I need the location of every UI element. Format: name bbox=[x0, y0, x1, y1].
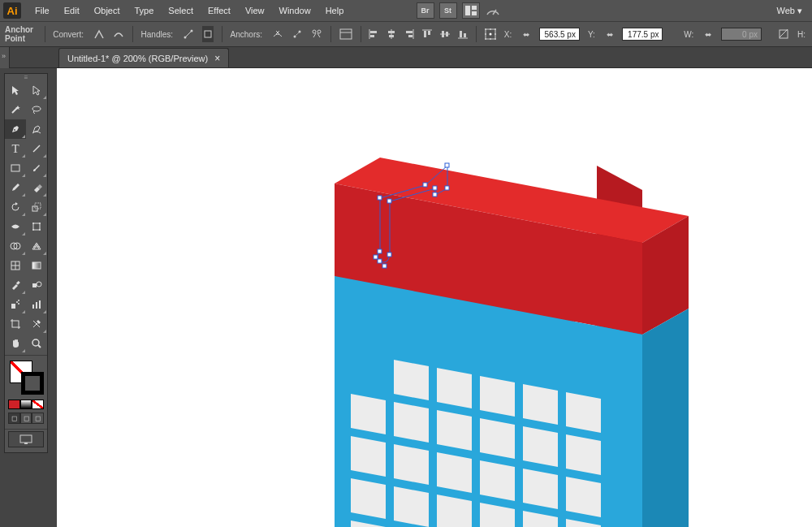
convert-smooth-button[interactable] bbox=[113, 26, 124, 42]
svg-rect-136 bbox=[24, 443, 28, 444]
align-center-v-button[interactable] bbox=[440, 26, 450, 42]
cut-path-button[interactable] bbox=[311, 26, 322, 42]
scale-tool[interactable] bbox=[26, 197, 47, 217]
menu-object[interactable]: Object bbox=[87, 6, 127, 15]
svg-rect-2 bbox=[472, 11, 477, 15]
mesh-tool[interactable] bbox=[5, 256, 26, 275]
draw-inside[interactable]: ◻ bbox=[32, 413, 44, 424]
isolate-button[interactable] bbox=[339, 26, 352, 42]
slice-icon bbox=[31, 318, 42, 330]
pen-icon bbox=[10, 123, 21, 135]
pixel-snap-button[interactable] bbox=[778, 26, 789, 42]
lasso-tool[interactable] bbox=[26, 100, 47, 119]
rectangle-tool[interactable] bbox=[5, 158, 26, 178]
hide-handles-icon bbox=[202, 28, 214, 40]
free-transform-tool[interactable] bbox=[26, 217, 47, 236]
align-right-button[interactable] bbox=[404, 26, 414, 42]
show-handles-button[interactable] bbox=[183, 26, 194, 42]
svg-rect-26 bbox=[428, 31, 430, 35]
svg-marker-65 bbox=[394, 402, 429, 443]
fill-stroke-gadget[interactable] bbox=[8, 359, 44, 396]
draw-normal[interactable]: ◻ bbox=[8, 413, 20, 424]
align-center-h-button[interactable] bbox=[387, 26, 396, 42]
tools-panel: T bbox=[4, 73, 48, 453]
svg-point-39 bbox=[495, 33, 496, 35]
menu-help[interactable]: Help bbox=[318, 6, 352, 15]
convert-corner-button[interactable] bbox=[93, 26, 105, 42]
menu-edit[interactable]: Edit bbox=[57, 6, 87, 15]
blend-tool[interactable] bbox=[26, 275, 47, 295]
color-mode-color[interactable] bbox=[8, 400, 20, 409]
artboard-tool[interactable] bbox=[5, 314, 26, 334]
tab-close-button[interactable]: × bbox=[214, 53, 220, 64]
handles-label: Handles: bbox=[141, 30, 173, 39]
menu-type[interactable]: Type bbox=[127, 6, 162, 15]
color-mode-gradient[interactable] bbox=[20, 400, 32, 409]
arrange-documents-button[interactable] bbox=[462, 2, 480, 19]
remove-anchor-icon bbox=[272, 28, 283, 40]
width-tool[interactable] bbox=[5, 217, 26, 236]
align-left-button[interactable] bbox=[369, 26, 378, 42]
collapsed-panel-dock[interactable] bbox=[0, 47, 10, 68]
scale-icon bbox=[31, 201, 42, 213]
hand-tool[interactable] bbox=[5, 334, 26, 353]
draw-behind[interactable]: ◻ bbox=[20, 413, 32, 424]
menu-select[interactable]: Select bbox=[161, 6, 201, 15]
svg-rect-23 bbox=[408, 35, 412, 37]
y-link-icon[interactable]: ⬌ bbox=[605, 26, 615, 42]
color-mode-none[interactable] bbox=[32, 400, 44, 409]
shape-builder-tool[interactable] bbox=[5, 236, 26, 256]
menu-file[interactable]: File bbox=[28, 6, 57, 15]
menu-view[interactable]: View bbox=[238, 6, 272, 15]
bridge-button[interactable]: Br bbox=[417, 2, 434, 19]
rotate-icon bbox=[10, 201, 21, 213]
remove-anchor-button[interactable] bbox=[272, 26, 283, 42]
anchors-label: Anchors: bbox=[231, 30, 262, 39]
svg-point-110 bbox=[32, 229, 34, 231]
gpu-preview-icon[interactable] bbox=[485, 2, 501, 19]
x-link-icon[interactable]: ⬌ bbox=[521, 26, 531, 42]
type-tool[interactable]: T bbox=[5, 139, 26, 158]
stroke-swatch[interactable] bbox=[21, 372, 44, 395]
connect-anchor-button[interactable] bbox=[292, 26, 303, 42]
transform-reference-button[interactable] bbox=[485, 26, 496, 42]
eyedropper-tool[interactable] bbox=[5, 275, 26, 295]
pen-tool[interactable] bbox=[5, 119, 26, 139]
menu-effect[interactable]: Effect bbox=[201, 6, 238, 15]
curvature-tool[interactable] bbox=[26, 119, 47, 139]
document-tab[interactable]: Untitled-1* @ 200% (RGB/Preview) × bbox=[58, 48, 229, 67]
svg-rect-20 bbox=[389, 35, 394, 37]
svg-rect-126 bbox=[36, 302, 37, 309]
line-segment-tool[interactable] bbox=[26, 139, 47, 158]
menu-window[interactable]: Window bbox=[272, 6, 318, 15]
pencil-tool[interactable] bbox=[5, 178, 26, 197]
align-bottom-button[interactable] bbox=[458, 26, 468, 42]
perspective-icon bbox=[31, 240, 42, 252]
stock-button[interactable]: St bbox=[439, 2, 457, 19]
align-top-button[interactable] bbox=[422, 26, 432, 42]
x-input[interactable] bbox=[539, 28, 580, 41]
eraser-tool[interactable] bbox=[26, 178, 47, 197]
paintbrush-tool[interactable] bbox=[26, 158, 47, 178]
slice-tool[interactable] bbox=[26, 314, 47, 334]
direct-selection-tool[interactable] bbox=[26, 80, 47, 100]
svg-point-41 bbox=[490, 38, 491, 40]
gradient-tool[interactable] bbox=[26, 256, 47, 275]
symbol-sprayer-tool[interactable] bbox=[5, 295, 26, 314]
magic-wand-tool[interactable] bbox=[5, 100, 26, 119]
selection-tool[interactable] bbox=[5, 80, 26, 100]
workspace-switcher[interactable]: Web ▾ bbox=[771, 6, 809, 16]
screen-mode-button[interactable] bbox=[8, 431, 44, 447]
svg-point-42 bbox=[495, 38, 496, 40]
wh-link-icon[interactable]: ⬌ bbox=[703, 26, 713, 42]
perspective-grid-tool[interactable] bbox=[26, 236, 47, 256]
rotate-tool[interactable] bbox=[5, 197, 26, 217]
zoom-tool[interactable] bbox=[26, 334, 47, 353]
align-center-v-icon bbox=[440, 29, 450, 39]
canvas[interactable] bbox=[57, 68, 812, 527]
y-input[interactable] bbox=[622, 28, 663, 41]
column-graph-tool[interactable] bbox=[26, 295, 47, 314]
hide-handles-button[interactable] bbox=[202, 26, 214, 42]
tools-grip[interactable] bbox=[5, 74, 47, 80]
line-icon bbox=[31, 143, 42, 154]
